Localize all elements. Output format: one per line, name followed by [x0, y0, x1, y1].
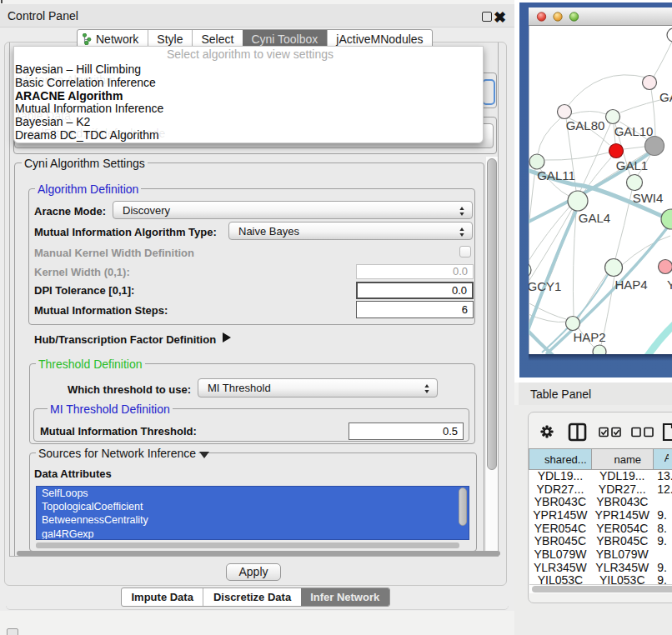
svg-text:GAL4: GAL4: [579, 211, 610, 225]
svg-text:GAL11: GAL11: [537, 168, 575, 182]
svg-text:HAP4: HAP4: [614, 278, 647, 292]
svg-text:GAL2: GAL2: [659, 90, 672, 104]
svg-text:GCY1: GCY1: [529, 279, 561, 293]
svg-text:Y: Y: [667, 278, 672, 292]
svg-text:SWI4: SWI4: [633, 191, 664, 205]
svg-text:HAP2: HAP2: [573, 330, 605, 344]
svg-text:GAL10: GAL10: [614, 124, 654, 138]
svg-text:GAL1: GAL1: [616, 158, 648, 172]
svg-text:GAL80: GAL80: [566, 118, 605, 132]
